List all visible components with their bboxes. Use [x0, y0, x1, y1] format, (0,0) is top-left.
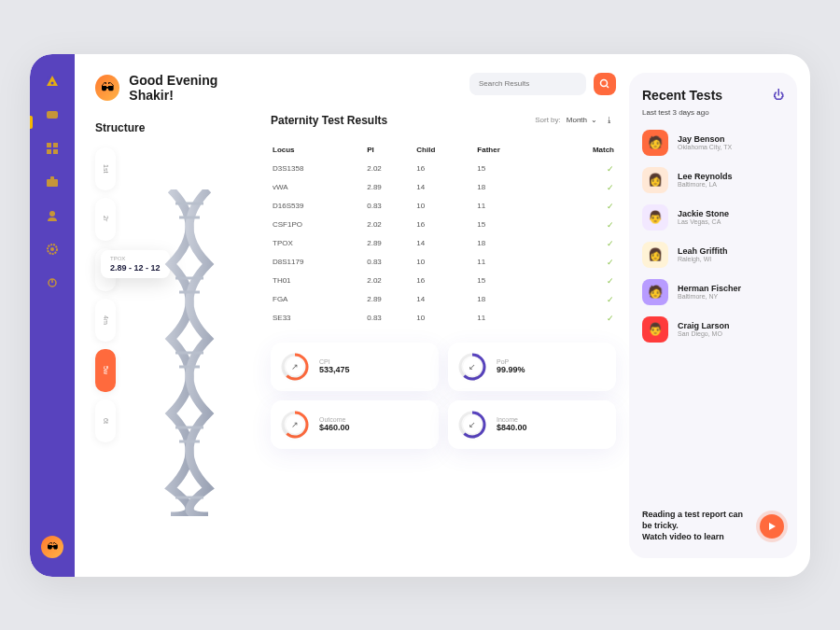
- test-location: Baltimore, NY: [678, 293, 741, 300]
- table-cell: 14: [414, 290, 475, 309]
- test-name: Jay Benson: [678, 134, 732, 144]
- table-cell: 10: [414, 197, 475, 216]
- user-avatar[interactable]: 🕶: [95, 75, 119, 101]
- table-row: CSF1PO2.021615✓: [271, 216, 616, 234]
- structure-title: Structure: [95, 121, 258, 134]
- recent-test-item[interactable]: 🧑 Herman FischerBaltimore, NY: [642, 279, 784, 305]
- nav-user-icon[interactable]: [44, 207, 61, 224]
- svg-rect-1: [47, 111, 58, 119]
- logo-icon[interactable]: [44, 73, 61, 90]
- table-cell: 11: [475, 309, 547, 328]
- recent-test-item[interactable]: 👩 Lee ReynoldsBaltimore, LA: [642, 167, 784, 193]
- table-cell: vWA: [271, 178, 365, 197]
- recent-test-item[interactable]: 👨 Craig LarsonSan Diego, MO: [642, 316, 784, 343]
- structure-tab[interactable]: 4m: [95, 299, 116, 342]
- test-avatar: 🧑: [642, 130, 668, 156]
- table-cell: 0.83: [365, 309, 414, 328]
- table-cell: 18: [475, 290, 547, 309]
- search-icon: [599, 78, 610, 90]
- svg-rect-7: [50, 176, 54, 180]
- check-icon: ✓: [607, 164, 614, 174]
- recent-test-item[interactable]: 🧑 Jay BensonOklahoma City, TX: [642, 130, 784, 156]
- metric-card[interactable]: ↗ CPI533,475: [271, 343, 439, 391]
- table-cell: 16: [414, 160, 475, 178]
- metric-ring: ↗: [280, 410, 310, 440]
- table-cell: 2.89: [365, 178, 414, 197]
- main-content: 🕶 Good Evening Shakir! Structure 1st2r3m…: [75, 54, 810, 577]
- table-row: D3S13582.021615✓: [271, 160, 616, 178]
- download-button[interactable]: ⭳: [603, 114, 616, 127]
- recent-tests-list: 🧑 Jay BensonOklahoma City, TX👩 Lee Reyno…: [642, 130, 784, 354]
- metric-card[interactable]: ↙ Income$840.00: [448, 400, 616, 449]
- structure-tab[interactable]: 5w: [95, 349, 116, 392]
- test-avatar: 👩: [642, 242, 668, 268]
- chevron-down-icon: ⌄: [591, 116, 597, 124]
- metric-card[interactable]: ↗ Outcome$460.00: [271, 400, 439, 449]
- column-header: Match: [547, 140, 616, 160]
- table-row: TPOX2.891418✓: [271, 234, 616, 253]
- structure-tab[interactable]: 2r: [95, 198, 116, 241]
- nav-grid-icon[interactable]: [44, 140, 61, 157]
- table-cell: ✓: [547, 178, 616, 197]
- metric-card[interactable]: ↙ PoP99.99%: [448, 343, 616, 391]
- table-cell: ✓: [547, 160, 616, 178]
- search-button[interactable]: [594, 73, 616, 95]
- table-cell: ✓: [547, 234, 616, 253]
- search-input[interactable]: [469, 73, 586, 95]
- video-help-card: Reading a test report can be tricky.Watc…: [642, 510, 784, 542]
- sort-label: Sort by:: [535, 116, 561, 124]
- metric-ring: ↙: [457, 352, 487, 382]
- table-cell: 2.89: [365, 234, 414, 253]
- nav-briefcase-icon[interactable]: [44, 174, 61, 190]
- structure-column: 🕶 Good Evening Shakir! Structure 1st2r3m…: [95, 73, 258, 558]
- sidebar-avatar[interactable]: 🕶: [41, 536, 63, 558]
- metric-label: PoP: [497, 358, 525, 365]
- test-name: Jackie Stone: [678, 209, 729, 218]
- panel-power-icon[interactable]: ⏻: [773, 89, 784, 102]
- sort-select[interactable]: Month ⌄: [567, 116, 597, 124]
- check-icon: ✓: [607, 202, 614, 211]
- table-cell: 18: [475, 234, 547, 253]
- recent-title: Recent Tests: [642, 88, 722, 103]
- nav-dashboard-icon[interactable]: [44, 106, 61, 123]
- check-icon: ✓: [607, 276, 614, 286]
- recent-test-item[interactable]: 👨 Jackie StoneLas Vegas, CA: [642, 204, 784, 231]
- check-icon: ✓: [607, 295, 614, 304]
- nav-settings-icon[interactable]: [44, 241, 61, 258]
- table-row: TH012.021615✓: [271, 272, 616, 290]
- arrow-icon: ↗: [286, 357, 304, 376]
- test-avatar: 👩: [642, 167, 668, 193]
- svg-rect-5: [53, 149, 58, 154]
- structure-tab[interactable]: 1st: [95, 147, 116, 190]
- check-icon: ✓: [607, 183, 614, 192]
- table-cell: ✓: [547, 272, 616, 290]
- tooltip-label: TPOX: [110, 256, 161, 261]
- table-cell: D16S539: [271, 197, 365, 216]
- table-cell: 11: [475, 253, 547, 272]
- table-row: SE330.831011✓: [271, 309, 616, 328]
- tooltip-value: 2.89 - 12 - 12: [110, 263, 161, 273]
- play-button[interactable]: [760, 514, 784, 539]
- video-help-text: Reading a test report can be tricky.Watc…: [642, 510, 750, 542]
- nav-highlight: [30, 116, 33, 129]
- metric-ring: ↙: [457, 410, 487, 440]
- svg-rect-6: [47, 179, 58, 187]
- table-cell: 18: [475, 178, 547, 197]
- nav-power-icon[interactable]: [44, 274, 61, 291]
- check-icon: ✓: [607, 220, 614, 230]
- test-location: Baltimore, LA: [678, 181, 733, 188]
- table-row: FGA2.891418✓: [271, 290, 616, 309]
- check-icon: ✓: [607, 258, 614, 267]
- structure-tab[interactable]: 6t: [95, 399, 116, 442]
- table-row: D16S5390.831011✓: [271, 197, 616, 216]
- test-avatar: 🧑: [642, 279, 668, 305]
- test-name: Lee Reynolds: [678, 172, 733, 181]
- recent-test-item[interactable]: 👩 Leah GriffithRaleigh, WI: [642, 242, 784, 268]
- table-cell: ✓: [547, 216, 616, 234]
- arrow-icon: ↙: [463, 415, 482, 434]
- svg-point-0: [51, 81, 54, 84]
- table-cell: ✓: [547, 253, 616, 272]
- recent-tests-panel: Recent Tests ⏻ Last test 3 days ago 🧑 Ja…: [629, 73, 797, 558]
- column-header: Father: [475, 140, 547, 160]
- metric-label: Income: [497, 416, 527, 423]
